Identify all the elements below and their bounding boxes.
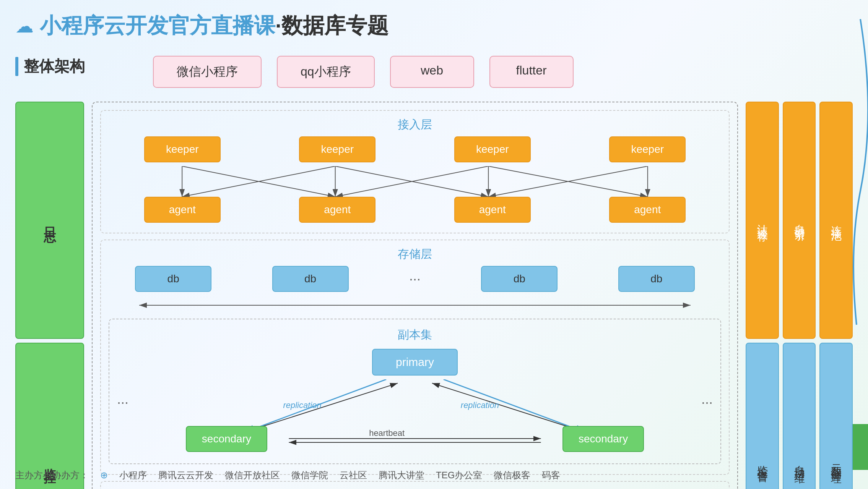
- cross-arrows-svg: [109, 166, 721, 197]
- replica-section: 副本集 ··· primary: [109, 319, 721, 464]
- client-wechat: 微信小程序: [153, 56, 262, 88]
- access-layer-label: 接入层: [109, 117, 721, 133]
- storage-layer-label: 存储层: [109, 246, 721, 262]
- footer-item-1: 腾讯云云开发: [158, 469, 213, 481]
- backup-section: 备份 cos: [100, 481, 730, 489]
- footer-item-3: 微信学院: [291, 469, 328, 481]
- replica-arrows-container: replication replication heartbeat second…: [128, 379, 701, 456]
- agent-2: agent: [299, 197, 375, 223]
- right-panel-index: 自动索引: [783, 102, 816, 339]
- secondary-2: secondary: [562, 426, 644, 452]
- primary-box: primary: [372, 349, 458, 376]
- db-2: db: [272, 266, 349, 292]
- db-row: db db ··· db db: [109, 266, 721, 292]
- keeper-row: keeper keeper keeper keeper: [109, 136, 721, 162]
- replica-label: 副本集: [117, 327, 713, 343]
- right-panel-pool: 连接池: [819, 102, 853, 339]
- agent-row: agent agent agent agent: [109, 197, 721, 223]
- right-panel-top-group: 认证缓存 自动索引 连接池: [746, 102, 853, 339]
- title-highlight: 小程序云开发官方直播课: [40, 13, 275, 37]
- agent-3: agent: [454, 197, 531, 223]
- db-dots: ···: [409, 271, 421, 287]
- footer-item-8: 码客: [542, 469, 560, 481]
- right-panel-bottom-group: 监控告警 自动运维 元数据管理: [746, 343, 853, 489]
- main-container: ☁ 小程序云开发官方直播课·数据库专题 整体架构 微信小程序 qq小程序 web…: [0, 0, 868, 489]
- keeper-3: keeper: [454, 136, 531, 162]
- keeper-4: keeper: [609, 136, 686, 162]
- db-1: db: [135, 266, 211, 292]
- right-panel-ops: 自动运维: [783, 343, 816, 489]
- replica-dots-right: ···: [701, 394, 713, 410]
- section-text: 整体架构: [24, 56, 85, 77]
- footer-logo-miniprogram: ⊕: [100, 470, 108, 481]
- svg-text:replication: replication: [461, 400, 499, 410]
- wide-arrow-area: [109, 296, 721, 315]
- svg-text:replication: replication: [283, 400, 321, 410]
- client-row: 微信小程序 qq小程序 web flutter: [153, 56, 574, 88]
- access-layer-section: 接入层 keeper keeper keeper keeper: [100, 110, 730, 233]
- keeper-1: keeper: [144, 136, 221, 162]
- db-5: db: [618, 266, 695, 292]
- right-panel-auth: 认证缓存: [746, 102, 779, 339]
- secondary-1: secondary: [186, 426, 267, 452]
- agent-4: agent: [609, 197, 686, 223]
- footer-prefix: 主办方与协办方：: [15, 469, 89, 481]
- monitor-label: 监控: [15, 343, 84, 489]
- footer-item-7: 微信极客: [494, 469, 530, 481]
- cross-arrows-area: [109, 166, 721, 197]
- right-panel-meta: 元数据管理: [819, 343, 853, 489]
- section-label: 整体架构: [15, 56, 130, 77]
- cloud-icon: ☁: [15, 15, 34, 37]
- footer: 主办方与协办方： ⊕ 小程序 腾讯云云开发 微信开放社区 微信学院 云社区 腾讯…: [15, 469, 853, 481]
- svg-line-19: [255, 383, 398, 429]
- page-title: 小程序云开发官方直播课·数据库专题: [40, 11, 388, 40]
- footer-item-2: 微信开放社区: [225, 469, 280, 481]
- svg-line-20: [432, 383, 575, 429]
- log-label: 日志: [15, 102, 84, 339]
- db-4: db: [481, 266, 558, 292]
- wide-arrow-svg: [109, 296, 721, 315]
- left-labels: 日志 监控: [15, 102, 84, 489]
- main-dashed-container: 接入层 keeper keeper keeper keeper: [92, 102, 738, 489]
- right-panels: 认证缓存 自动索引 连接池 监控告警 自动运维 元数据管理: [746, 102, 853, 489]
- title-bar: ☁ 小程序云开发官方直播课·数据库专题: [15, 11, 853, 40]
- footer-item-6: TEG办公室: [436, 469, 482, 481]
- agent-1: agent: [144, 197, 221, 223]
- client-flutter: flutter: [489, 56, 574, 88]
- arch-area: 日志 监控 接入层 keeper keeper keeper keeper: [15, 102, 853, 489]
- client-qq: qq小程序: [277, 56, 375, 88]
- storage-layer-section: 存储层 db db ··· db db: [100, 240, 730, 475]
- replica-inner: ··· primary: [117, 349, 713, 456]
- footer-item-0: 小程序: [119, 469, 147, 481]
- right-panel-monitor: 监控告警: [746, 343, 779, 489]
- footer-item-5: 腾讯大讲堂: [379, 469, 424, 481]
- client-web: web: [390, 56, 474, 88]
- replica-dots-left: ···: [117, 394, 128, 410]
- keeper-2: keeper: [299, 136, 375, 162]
- section-bar: [15, 57, 18, 76]
- footer-item-4: 云社区: [340, 469, 367, 481]
